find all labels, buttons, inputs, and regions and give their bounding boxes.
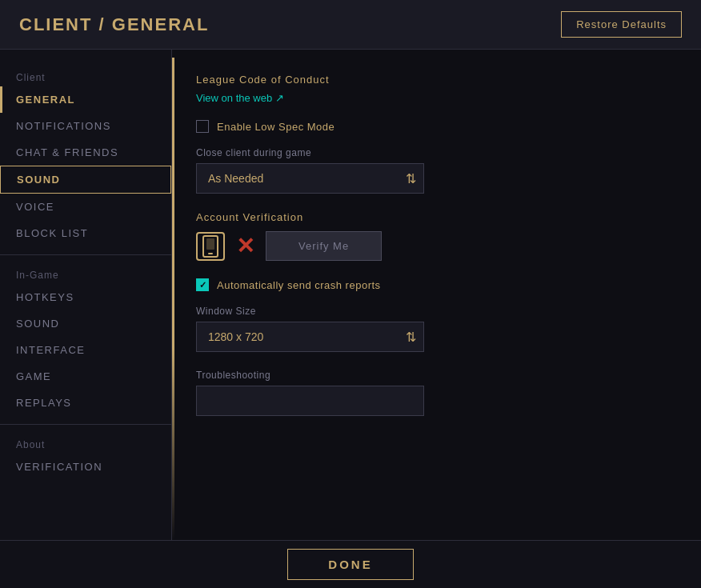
window-size-dropdown[interactable]: 1024 x 576 1280 x 720 1600 x 900 1920 x … (196, 322, 424, 352)
header: CLIENT / GENERAL Restore Defaults (0, 0, 701, 50)
view-on-web-link[interactable]: View on the web ↗ (196, 92, 284, 104)
crash-reports-label: Automatically send crash reports (217, 279, 381, 291)
phone-icon (196, 232, 225, 261)
title-prefix: CLIENT / (19, 14, 112, 34)
content-area: League Code of Conduct View on the web ↗… (172, 50, 701, 580)
troubleshooting-label: Troubleshooting (196, 370, 677, 381)
sidebar-item-interface[interactable]: INTERFACE (0, 337, 171, 363)
low-spec-checkbox[interactable] (196, 120, 209, 133)
close-client-label: Close client during game (196, 147, 677, 158)
sidebar-item-general[interactable]: GENERAL (0, 86, 171, 113)
x-mark-icon: ✕ (236, 233, 254, 259)
sidebar-group-client: Client (0, 66, 171, 86)
sidebar-divider-1 (0, 254, 171, 255)
account-verification-section: Account Verification ✕ Verify Me (196, 211, 677, 261)
sidebar-item-voice[interactable]: VOICE (0, 194, 171, 220)
sidebar-item-verification[interactable]: VERIFICATION (0, 454, 171, 480)
crash-reports-row: Automatically send crash reports (196, 278, 677, 291)
sidebar-item-notifications[interactable]: NOTIFICATIONS (0, 113, 171, 139)
view-link-text: View on the web (196, 92, 272, 104)
window-size-dropdown-wrap: 1024 x 576 1280 x 720 1600 x 900 1920 x … (196, 322, 424, 352)
sidebar-item-sound[interactable]: SOUND (0, 166, 171, 194)
sidebar-item-sound-ingame[interactable]: SOUND (0, 310, 171, 337)
close-client-dropdown-wrap: Never As Needed Always ⇅ (196, 163, 424, 194)
crash-reports-checkbox[interactable] (196, 278, 209, 291)
sidebar-divider-2 (0, 424, 171, 425)
account-row: ✕ Verify Me (196, 231, 677, 261)
page-title: CLIENT / GENERAL (19, 14, 209, 35)
svg-rect-1 (208, 253, 213, 254)
verify-me-button[interactable]: Verify Me (266, 231, 382, 261)
close-client-dropdown[interactable]: Never As Needed Always (196, 163, 424, 194)
window-size-label: Window Size (196, 306, 677, 317)
sidebar-item-game[interactable]: GAME (0, 363, 171, 390)
code-of-conduct-label: League Code of Conduct (196, 74, 677, 86)
sidebar-item-block-list[interactable]: BLOCK LIST (0, 220, 171, 246)
footer: DONE (0, 540, 701, 588)
sidebar-group-about: About (0, 433, 171, 454)
sidebar-item-hotkeys[interactable]: HOTKEYS (0, 284, 171, 310)
svg-rect-2 (206, 238, 214, 250)
sidebar-item-chat-friends[interactable]: CHAT & FRIENDS (0, 139, 171, 166)
low-spec-row: Enable Low Spec Mode (196, 120, 677, 133)
main-layout: Client GENERAL NOTIFICATIONS CHAT & FRIE… (0, 50, 701, 580)
sidebar-group-ingame: In-Game (0, 263, 171, 284)
account-verification-label: Account Verification (196, 211, 677, 223)
restore-defaults-button[interactable]: Restore Defaults (561, 11, 682, 38)
sidebar: Client GENERAL NOTIFICATIONS CHAT & FRIE… (0, 50, 172, 580)
troubleshooting-field (196, 386, 424, 416)
view-link-arrow: ↗ (275, 92, 284, 104)
gold-bar-decoration (172, 58, 174, 540)
done-button[interactable]: DONE (287, 549, 413, 580)
title-bold: GENERAL (112, 14, 210, 34)
sidebar-item-replays[interactable]: REPLAYS (0, 390, 171, 416)
low-spec-label: Enable Low Spec Mode (217, 121, 334, 133)
troubleshooting-wrap (196, 386, 424, 416)
